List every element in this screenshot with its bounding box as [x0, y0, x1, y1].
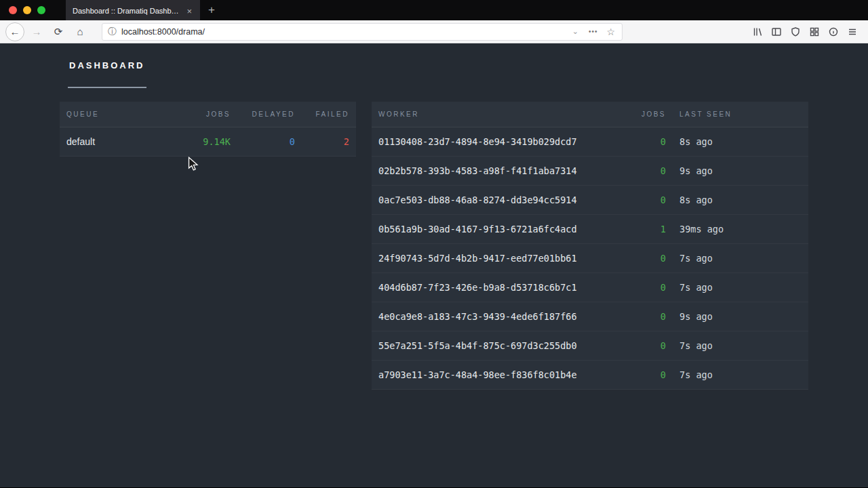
worker-last-seen: 7s ago [673, 244, 808, 273]
window-controls [9, 6, 45, 14]
queue-header: QUEUE [60, 102, 183, 127]
table-row: 01130408-23d7-4894-8e94-3419b029dcd708s … [372, 127, 808, 157]
worker-last-seen: 7s ago [673, 273, 808, 302]
minimize-window-button[interactable] [23, 6, 31, 14]
worker-id: 24f90743-5d7d-4b2b-9417-eed77e01bb61 [372, 244, 625, 273]
tab-bar: Dashboard :: Dramatiq Dashboard × + [0, 0, 868, 20]
table-row: 0ac7e503-db88-46a8-8274-dd3e94cc591408s … [372, 186, 808, 215]
worker-id: a7903e11-3a7c-48a4-98ee-f836f8c01b4e [372, 361, 625, 390]
table-row: 0b561a9b-30ad-4167-9f13-6721a6fc4acd139m… [372, 215, 808, 244]
worker-last-seen: 39ms ago [673, 215, 808, 244]
worker-id: 01130408-23d7-4894-8e94-3419b029dcd7 [372, 127, 625, 157]
queue-table-header-row: QUEUE JOBS DELAYED FAILED [60, 102, 356, 127]
worker-last-seen: 7s ago [673, 331, 808, 361]
queue-delayed: 0 [237, 127, 302, 157]
worker-id: 404d6b87-7f23-426e-b9a8-d53718c6b7c1 [372, 273, 625, 302]
info-circle-icon[interactable] [827, 26, 840, 38]
url-bar[interactable]: ⓘ localhost:8000/drama/ ⌄ ••• ☆ [102, 23, 623, 41]
page-header: DASHBOARD [0, 43, 868, 88]
delayed-header: DELAYED [237, 102, 302, 127]
queue-name: default [60, 127, 183, 157]
worker-last-seen: 7s ago [673, 361, 808, 390]
new-tab-button[interactable]: + [203, 2, 220, 18]
worker-jobs: 0 [625, 273, 673, 302]
table-row: 4e0ca9e8-a183-47c3-9439-4ede6f187f6609s … [372, 302, 808, 331]
browser-tab[interactable]: Dashboard :: Dramatiq Dashboard × [66, 0, 200, 20]
shield-icon[interactable] [789, 26, 802, 38]
sidebar-toggle-icon[interactable] [770, 26, 783, 38]
url-text[interactable]: localhost:8000/drama/ [121, 27, 565, 37]
queue-table-body: default9.14K02 [60, 127, 356, 157]
failed-header: FAILED [302, 102, 356, 127]
worker-id: 0b561a9b-30ad-4167-9f13-6721a6fc4acd [372, 215, 625, 244]
navigation-toolbar: ← → ⟳ ⌂ ⓘ localhost:8000/drama/ ⌄ ••• ☆ [0, 20, 868, 43]
last-seen-header: LAST SEEN [673, 102, 808, 127]
queue-table: QUEUE JOBS DELAYED FAILED default9.14K02 [60, 102, 356, 157]
table-row: 02b2b578-393b-4583-a98f-f41f1aba731409s … [372, 157, 808, 186]
worker-id: 55e7a251-5f5a-4b4f-875c-697d3c255db0 [372, 331, 625, 361]
close-window-button[interactable] [9, 6, 17, 14]
worker-header: WORKER [372, 102, 625, 127]
worker-last-seen: 8s ago [673, 127, 808, 157]
table-row: 404d6b87-7f23-426e-b9a8-d53718c6b7c107s … [372, 273, 808, 302]
table-row: a7903e11-3a7c-48a4-98ee-f836f8c01b4e07s … [372, 361, 808, 390]
worker-jobs: 0 [625, 186, 673, 215]
worker-jobs-header: JOBS [625, 102, 673, 127]
menu-hamburger-icon[interactable] [846, 26, 859, 38]
zoom-window-button[interactable] [37, 6, 45, 14]
dashboard-content: QUEUE JOBS DELAYED FAILED default9.14K02… [0, 88, 868, 390]
back-button[interactable]: ← [5, 22, 24, 41]
page-title: DASHBOARD [68, 43, 146, 88]
worker-table-header-row: WORKER JOBS LAST SEEN [372, 102, 808, 127]
table-row: 24f90743-5d7d-4b2b-9417-eed77e01bb6107s … [372, 244, 808, 273]
worker-table: WORKER JOBS LAST SEEN 01130408-23d7-4894… [372, 102, 808, 390]
worker-jobs: 0 [625, 302, 673, 331]
worker-jobs: 0 [625, 244, 673, 273]
forward-button[interactable]: → [27, 22, 46, 41]
tab-close-icon[interactable]: × [185, 6, 193, 16]
worker-last-seen: 9s ago [673, 157, 808, 186]
worker-jobs: 0 [625, 127, 673, 157]
table-row: 55e7a251-5f5a-4b4f-875c-697d3c255db007s … [372, 331, 808, 361]
worker-jobs: 0 [625, 331, 673, 361]
queue-jobs: 9.14K [183, 127, 237, 157]
bookmark-star-icon[interactable]: ☆ [605, 26, 616, 37]
site-info-icon[interactable]: ⓘ [108, 26, 117, 38]
chevron-down-icon[interactable]: ⌄ [570, 27, 581, 36]
toolbar-right-icons [751, 26, 863, 38]
worker-id: 0ac7e503-db88-46a8-8274-dd3e94cc5914 [372, 186, 625, 215]
worker-jobs: 0 [625, 361, 673, 390]
worker-last-seen: 8s ago [673, 186, 808, 215]
worker-jobs: 0 [625, 157, 673, 186]
reload-button[interactable]: ⟳ [49, 22, 68, 41]
extensions-icon[interactable] [808, 26, 821, 38]
worker-id: 4e0ca9e8-a183-47c3-9439-4ede6f187f66 [372, 302, 625, 331]
tab-title: Dashboard :: Dramatiq Dashboard [73, 7, 180, 15]
queue-failed: 2 [302, 127, 356, 157]
worker-id: 02b2b578-393b-4583-a98f-f41f1aba7314 [372, 157, 625, 186]
worker-jobs: 1 [625, 215, 673, 244]
home-button[interactable]: ⌂ [71, 22, 90, 41]
worker-last-seen: 9s ago [673, 302, 808, 331]
page-actions-icon[interactable]: ••• [586, 28, 601, 35]
jobs-header: JOBS [183, 102, 237, 127]
library-icon[interactable] [751, 26, 764, 38]
dashboard-page: DASHBOARD QUEUE JOBS DELAYED FAILED defa… [0, 43, 868, 487]
table-row: default9.14K02 [60, 127, 356, 157]
worker-table-body: 01130408-23d7-4894-8e94-3419b029dcd708s … [372, 127, 808, 390]
